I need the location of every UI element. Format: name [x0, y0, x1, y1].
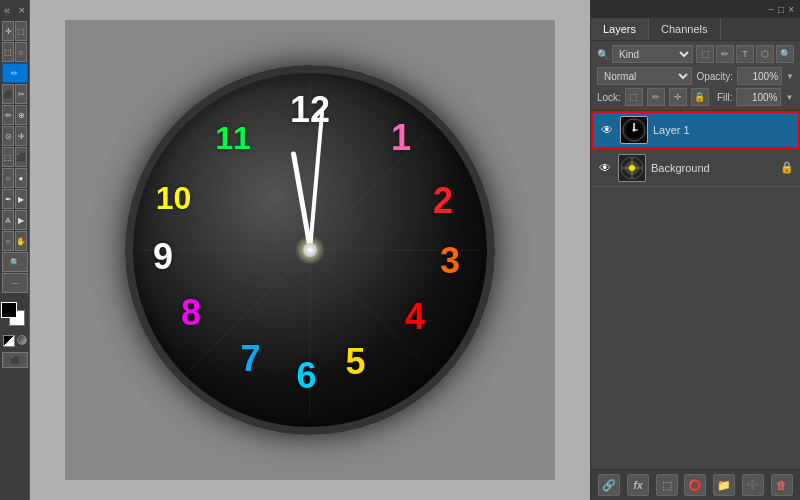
- healing-tool[interactable]: ⊙: [2, 126, 14, 146]
- panel-close-icon[interactable]: ×: [788, 4, 794, 15]
- layer-item-layer1[interactable]: 👁 Layer 1: [591, 111, 800, 149]
- artboard-tool[interactable]: ⬚: [15, 21, 27, 41]
- layer-item-background[interactable]: 👁 Background 🔒: [591, 149, 800, 187]
- clock-number-2: 2: [433, 180, 453, 222]
- canvas-area: 12 1 2 3 4 5 6 7 8 9 10 11: [30, 0, 590, 500]
- layers-panel: − □ × Layers Channels 🔍 Kind ⬚ ✏ T ⬡: [590, 0, 800, 500]
- move-tool[interactable]: ✛: [2, 21, 14, 41]
- fx-btn[interactable]: fx: [627, 474, 649, 496]
- svg-point-12: [633, 129, 636, 132]
- lock-label: Lock:: [597, 92, 621, 103]
- shape-tool[interactable]: ○: [2, 231, 14, 251]
- background-visibility-icon[interactable]: 👁: [597, 160, 613, 176]
- pixel-filter-icon[interactable]: ⬚: [696, 45, 714, 63]
- clock-face: 12 1 2 3 4 5 6 7 8 9 10 11: [135, 75, 485, 425]
- marquee-tool[interactable]: ⬚: [2, 42, 14, 62]
- foreground-color-swatch[interactable]: [1, 302, 17, 318]
- shape-filter-icon[interactable]: ⬡: [756, 45, 774, 63]
- blend-mode-select[interactable]: Normal: [597, 67, 692, 85]
- toolbar-top: « ×: [2, 4, 27, 16]
- lock-image-icon[interactable]: ✏: [647, 88, 665, 106]
- hand-tool[interactable]: ✋: [15, 231, 27, 251]
- zoom-tool[interactable]: 🔍: [2, 252, 28, 272]
- clock-number-1: 1: [391, 117, 411, 159]
- layer1-visibility-icon[interactable]: 👁: [599, 122, 615, 138]
- new-adjustment-btn[interactable]: ⭕: [684, 474, 706, 496]
- lock-all-icon[interactable]: 🔒: [691, 88, 709, 106]
- pen-tool[interactable]: ✒: [2, 189, 14, 209]
- path-tool[interactable]: ▶: [15, 189, 27, 209]
- text-tool[interactable]: A: [2, 210, 14, 230]
- layer1-thumbnail: [620, 116, 648, 144]
- canvas[interactable]: 12 1 2 3 4 5 6 7 8 9 10 11: [65, 20, 555, 480]
- default-colors-icon[interactable]: [3, 335, 15, 347]
- clock-number-4: 4: [405, 296, 425, 338]
- eraser-tool[interactable]: ⬚: [2, 147, 14, 167]
- measure-tool[interactable]: ⊕: [15, 105, 27, 125]
- fill-arrow: ▼: [785, 93, 793, 102]
- layers-list: 👁 Layer 1 👁: [591, 111, 800, 469]
- kind-select[interactable]: Kind: [612, 45, 693, 63]
- add-mask-btn[interactable]: ⬚: [656, 474, 678, 496]
- fill-input[interactable]: [736, 88, 781, 106]
- lock-position-icon[interactable]: ✛: [669, 88, 687, 106]
- panel-maximize-icon[interactable]: □: [778, 4, 784, 15]
- opacity-input[interactable]: [737, 67, 782, 85]
- crop-tool[interactable]: ⬛: [2, 84, 14, 104]
- collapse-icon[interactable]: «: [4, 4, 10, 16]
- tab-layers[interactable]: Layers: [591, 18, 649, 40]
- opacity-arrow: ▼: [786, 72, 794, 81]
- opacity-label: Opacity:: [696, 71, 733, 82]
- clock-number-6: 6: [296, 355, 316, 397]
- panel-tabs: Layers Channels: [591, 18, 800, 41]
- quick-mask-icon[interactable]: [17, 335, 27, 345]
- lasso-tool[interactable]: ○: [15, 42, 27, 62]
- panel-footer: 🔗 fx ⬚ ⭕ 📁 ➕ 🗑: [591, 469, 800, 500]
- burn-tool[interactable]: ●: [15, 168, 27, 188]
- clock-number-8: 8: [181, 292, 201, 334]
- misc-tool[interactable]: ⋯: [2, 273, 28, 293]
- clock-number-11: 11: [215, 120, 251, 157]
- clock-number-3: 3: [440, 240, 460, 282]
- adjustment-filter-icon[interactable]: ✏: [716, 45, 734, 63]
- select-tool[interactable]: ▶: [15, 210, 27, 230]
- clock: 12 1 2 3 4 5 6 7 8 9 10 11: [125, 65, 495, 435]
- fill-tool[interactable]: ⬛: [15, 147, 27, 167]
- background-lock-icon: 🔒: [780, 161, 794, 174]
- delete-layer-btn[interactable]: 🗑: [771, 474, 793, 496]
- toolbar: « × ✛ ⬚ ⬚ ○ ✏ ⬛ ✂ ✏ ⊕ ⊙ ✛ ⬚ ⬛ ○: [0, 0, 30, 500]
- new-layer-btn[interactable]: ➕: [742, 474, 764, 496]
- brush-tool[interactable]: ✏: [2, 63, 28, 83]
- center-dot: [303, 243, 317, 257]
- clock-number-10: 10: [156, 179, 192, 216]
- smart-filter-icon[interactable]: 🔍: [776, 45, 794, 63]
- dodge-tool[interactable]: ○: [2, 168, 14, 188]
- link-layers-btn[interactable]: 🔗: [598, 474, 620, 496]
- layer1-name: Layer 1: [653, 124, 792, 136]
- eyedropper-tool[interactable]: ✏: [2, 105, 14, 125]
- panel-minimize-icon[interactable]: −: [768, 4, 774, 15]
- background-thumbnail: [618, 154, 646, 182]
- new-group-btn[interactable]: 📁: [713, 474, 735, 496]
- clock-number-12: 12: [290, 89, 330, 131]
- type-filter-icon[interactable]: T: [736, 45, 754, 63]
- clock-number-5: 5: [345, 341, 365, 383]
- clock-number-7: 7: [240, 338, 260, 380]
- background-name: Background: [651, 162, 775, 174]
- clone-tool[interactable]: ✛: [15, 126, 27, 146]
- clock-number-9: 9: [153, 236, 173, 278]
- fill-label: Fill:: [717, 92, 733, 103]
- svg-line-2: [310, 130, 430, 250]
- search-icon: 🔍: [597, 49, 609, 60]
- screen-mode-btn[interactable]: ⬛: [2, 352, 28, 368]
- tab-channels[interactable]: Channels: [649, 18, 720, 40]
- lock-transparent-icon[interactable]: ⬚: [625, 88, 643, 106]
- close-toolbar-icon[interactable]: ×: [19, 4, 25, 16]
- slice-tool[interactable]: ✂: [15, 84, 27, 104]
- panel-controls: 🔍 Kind ⬚ ✏ T ⬡ 🔍 Normal Opacity:: [591, 41, 800, 111]
